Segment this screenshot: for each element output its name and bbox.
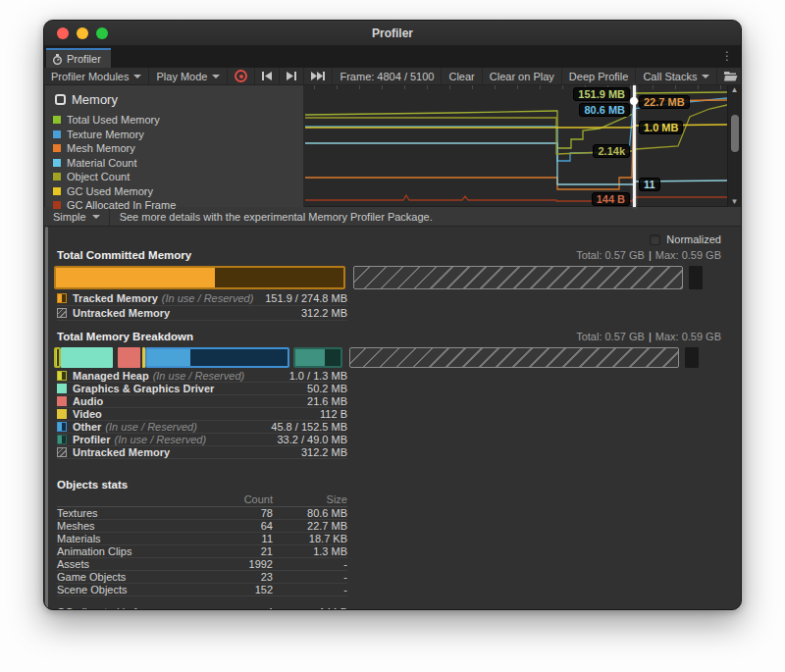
previous-frame-button[interactable]	[255, 68, 280, 84]
clear-on-play-button[interactable]: Clear on Play	[483, 68, 562, 84]
chevron-down-icon	[92, 215, 100, 219]
profiler-chart-area[interactable]: Memory Total Used MemoryTexture MemoryMe…	[44, 85, 741, 207]
normalized-label: Normalized	[666, 233, 721, 245]
memory-legend-row[interactable]: Tracked Memory(In use / Reserved)151.9 /…	[57, 291, 347, 306]
legend-label: GC Used Memory	[67, 185, 153, 197]
bar-segment-dual	[145, 347, 289, 368]
chart-vertical-scrollbar[interactable]: ▲ ▼	[727, 85, 741, 207]
row-label: Untracked Memory	[73, 446, 170, 458]
bar-segment-hatch	[349, 347, 679, 368]
row-qualifier: (In use / Reserved)	[105, 421, 197, 433]
row-swatch-icon	[57, 447, 67, 457]
legend-swatch-icon	[53, 116, 61, 124]
bar-segment-space	[683, 266, 688, 289]
tab-profiler[interactable]: Profiler	[46, 48, 111, 68]
module-legend-item[interactable]: GC Allocated In Frame	[53, 198, 295, 213]
row-swatch-icon	[57, 396, 67, 406]
row-swatch-icon	[57, 435, 67, 444]
bar-segment-solid	[118, 347, 140, 368]
row-value: 1.0 / 1.3 MB	[289, 370, 347, 382]
module-legend-item[interactable]: Object Count	[53, 170, 295, 184]
row-label: Graphics & Graphics Driver	[73, 383, 214, 394]
scrollbar-thumb[interactable]	[731, 115, 739, 152]
clear-button[interactable]: Clear	[442, 68, 482, 84]
last-frame-icon	[311, 72, 325, 80]
module-legend-item[interactable]: GC Used Memory	[53, 184, 295, 199]
committed-memory-totals: Total: 0.57 GB|Max: 0.59 GB	[576, 249, 721, 261]
row-value: 112 B	[320, 408, 347, 420]
memory-chip-icon	[55, 94, 66, 105]
normalized-checkbox[interactable]	[650, 234, 660, 245]
legend-label: Material Count	[67, 157, 137, 169]
row-value: 21.6 MB	[307, 395, 347, 407]
module-legend-item[interactable]: Total Used Memory	[53, 113, 295, 128]
details-scrollbar[interactable]	[45, 227, 48, 610]
stats-row: Meshes6422.7 MB	[57, 520, 347, 533]
call-stacks-dropdown[interactable]: Call Stacks	[636, 68, 717, 84]
legend-label: Total Used Memory	[67, 114, 160, 126]
row-swatch-icon	[57, 308, 67, 318]
current-frame-button[interactable]	[304, 68, 333, 84]
bar-segment-dual	[54, 266, 345, 289]
memory-legend-row[interactable]: Profiler(In use / Reserved)33.2 / 49.0 M…	[57, 434, 347, 446]
objects-stats-table: CountSizeTextures7880.6 MBMeshes6422.7 M…	[57, 492, 347, 610]
tab-overflow-menu-icon[interactable]: ⋮	[721, 49, 733, 63]
profiler-modules-dropdown[interactable]: Profiler Modules	[44, 68, 149, 84]
stats-header-row: CountSize	[57, 492, 347, 507]
committed-memory-bar[interactable]	[54, 266, 706, 289]
row-value: 50.2 MB	[307, 383, 347, 394]
row-swatch-icon	[57, 422, 67, 432]
deep-profile-button[interactable]: Deep Profile	[562, 68, 637, 84]
selected-frame-marker	[630, 97, 638, 105]
module-legend-item[interactable]: Material Count	[53, 156, 295, 171]
title-bar[interactable]: Profiler	[44, 21, 741, 46]
memory-legend-row[interactable]: Video112 B	[57, 408, 347, 421]
memory-legend-row[interactable]: Graphics & Graphics Driver50.2 MB	[57, 383, 347, 395]
stats-row: Materials1118.7 KB	[57, 533, 347, 545]
play-mode-dropdown[interactable]: Play Mode	[149, 68, 228, 84]
legend-swatch-icon	[53, 144, 61, 152]
clear-label: Clear	[448, 71, 474, 82]
memory-legend-row[interactable]: Other(In use / Reserved)45.8 / 152.5 MB	[57, 421, 347, 434]
memory-legend-row[interactable]: Untracked Memory312.2 MB	[57, 446, 347, 459]
scroll-up-icon[interactable]: ▲	[731, 85, 739, 95]
row-value: 312.2 MB	[301, 307, 347, 319]
legend-label: GC Allocated In Frame	[67, 199, 176, 211]
committed-memory-title: Total Committed Memory	[57, 249, 191, 261]
row-label: Managed Heap	[73, 370, 149, 382]
stats-row: Scene Objects152-	[57, 584, 347, 596]
legend-label: Texture Memory	[67, 129, 144, 140]
row-label: Untracked Memory	[73, 307, 170, 319]
tab-label: Profiler	[67, 53, 101, 65]
open-folder-icon	[724, 71, 738, 81]
clear-on-play-label: Clear on Play	[490, 71, 554, 82]
memory-legend-row[interactable]: Managed Heap(In use / Reserved)1.0 / 1.3…	[57, 370, 347, 383]
load-profile-button[interactable]	[717, 68, 742, 84]
bar-segment-marker	[689, 266, 704, 289]
call-stacks-label: Call Stacks	[643, 71, 697, 82]
row-qualifier: (In use / Reserved)	[153, 370, 245, 382]
module-header[interactable]: Memory	[55, 92, 295, 107]
memory-breakdown-bar[interactable]	[54, 347, 706, 368]
module-title-label: Memory	[72, 92, 118, 107]
memory-legend-row[interactable]: Audio21.6 MB	[57, 395, 347, 408]
deep-profile-label: Deep Profile	[569, 71, 629, 82]
legend-swatch-icon	[53, 159, 61, 167]
next-frame-icon	[287, 72, 296, 80]
profiler-window: Profiler Profiler ⋮ Profiler Modules Pla…	[43, 20, 742, 610]
scroll-down-icon[interactable]: ▼	[731, 197, 739, 207]
stats-row: Assets1992-	[57, 558, 347, 571]
bar-segment-hatch	[353, 266, 683, 289]
module-legend-item[interactable]: Texture Memory	[53, 128, 295, 142]
record-button[interactable]	[228, 68, 255, 84]
row-label: Audio	[73, 395, 103, 407]
legend-label: Object Count	[67, 171, 130, 182]
module-legend-item[interactable]: Mesh Memory	[53, 141, 295, 156]
stats-row: Game Objects23-	[57, 571, 347, 584]
chevron-down-icon	[133, 75, 141, 78]
memory-legend-row[interactable]: Untracked Memory312.2 MB	[57, 306, 347, 321]
tab-strip: Profiler ⋮	[44, 46, 741, 68]
stats-row: Textures7880.6 MB	[57, 507, 347, 520]
next-frame-button[interactable]	[280, 68, 304, 84]
play-mode-label: Play Mode	[156, 71, 207, 82]
